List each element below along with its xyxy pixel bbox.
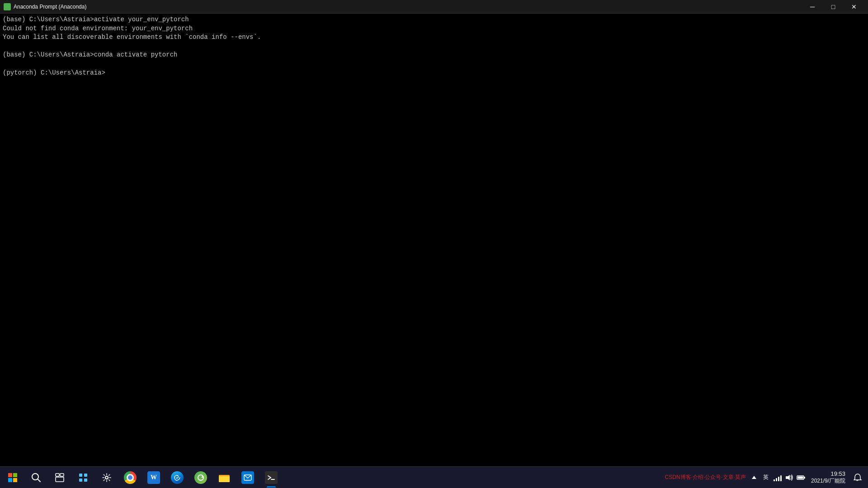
chrome-button[interactable] [119,468,141,488]
svg-rect-4 [8,473,12,477]
mail-button[interactable] [237,468,259,488]
svg-marker-23 [752,476,756,479]
system-clock[interactable]: 19:53 2021/9/厂能院 [809,470,847,485]
start-button[interactable] [2,468,24,488]
maximize-button[interactable]: □ [823,0,844,14]
window-title: Anaconda Prompt (Anaconda) [14,4,86,10]
tray-network[interactable] [773,473,782,482]
terminal-line-5: (base) C:\Users\Astraia>conda activate p… [3,51,865,60]
svg-rect-6 [8,478,12,482]
svg-rect-5 [13,473,17,477]
tray-battery[interactable] [797,473,806,482]
svg-rect-26 [797,476,803,479]
svg-rect-16 [84,479,87,482]
terminal-line-7: (pytorch) C:\Users\Astraia> [3,69,865,78]
word-button[interactable]: W [143,468,165,488]
app-icon [4,3,11,10]
svg-rect-1 [8,5,9,6]
svg-marker-24 [786,475,790,480]
svg-rect-11 [60,474,64,476]
terminal-line-3: You can list all discoverable environmen… [3,33,865,42]
notifications-button[interactable] [851,468,864,488]
refresh-button[interactable] [190,468,212,488]
minimize-button[interactable]: ─ [802,0,823,14]
clock-date: 2021/9/厂能院 [811,477,845,485]
svg-rect-3 [8,7,9,9]
svg-rect-14 [84,474,87,477]
system-tray: 英 [750,473,806,482]
tray-volume[interactable] [785,473,794,482]
svg-rect-13 [79,474,82,477]
task-view-button[interactable] [49,468,71,488]
svg-rect-12 [56,477,64,482]
widgets-button[interactable] [72,468,94,488]
edge-button[interactable] [166,468,188,488]
taskbar-left: W [0,468,282,488]
csdn-text: CSDN博客·介绍·公众号·文章·莫声 [665,474,746,481]
svg-rect-0 [5,5,7,6]
terminal-app-button[interactable] [260,468,282,488]
svg-rect-2 [5,7,7,9]
window-controls: ─ □ ✕ [802,0,864,14]
title-bar-left: Anaconda Prompt (Anaconda) [4,3,86,10]
close-button[interactable]: ✕ [844,0,864,14]
terminal-line-4 [3,42,865,51]
svg-line-9 [38,479,40,482]
svg-rect-15 [79,479,82,482]
svg-rect-7 [13,478,17,482]
title-bar: Anaconda Prompt (Anaconda) ─ □ ✕ [0,0,868,14]
tray-show-hidden[interactable] [750,473,759,482]
terminal-content[interactable]: (base) C:\Users\Astraia>activate your_en… [0,14,868,466]
terminal-line-1: (base) C:\Users\Astraia>activate your_en… [3,15,865,24]
svg-rect-27 [804,477,805,479]
explorer-button[interactable] [213,468,235,488]
terminal-line-6 [3,60,865,69]
taskbar: W [0,466,868,488]
tray-ime[interactable]: 英 [761,473,770,482]
search-button[interactable] [25,468,47,488]
clock-time: 19:53 [830,470,845,477]
svg-rect-20 [219,476,230,482]
svg-point-17 [105,476,108,479]
terminal-line-2: Could not find conda environment: your_e… [3,24,865,33]
settings-button[interactable] [96,468,118,488]
svg-rect-10 [56,474,59,476]
taskbar-right: CSDN博客·介绍·公众号·文章·莫声 英 [665,468,868,488]
